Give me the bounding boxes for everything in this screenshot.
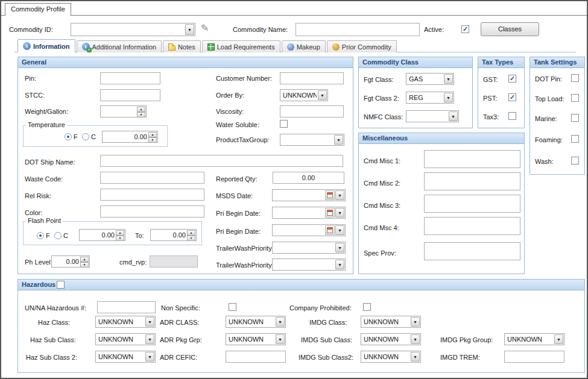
marine-checkbox[interactable] xyxy=(571,114,579,122)
up-arrow-icon[interactable]: ▲ xyxy=(116,230,124,236)
commodity-id-select[interactable]: ▼ xyxy=(71,23,195,36)
imdg-sub-class-select[interactable]: UNKNOWN ▼ xyxy=(361,333,421,345)
pencil-icon[interactable]: ✎ xyxy=(201,23,209,33)
nmfc-class-select[interactable]: ▼ xyxy=(406,110,459,122)
tab-information[interactable]: Information xyxy=(17,39,75,52)
haz-sub-class-select[interactable]: UNKNOWN ▼ xyxy=(95,333,156,345)
un-na-hazardous-input[interactable] xyxy=(97,301,156,313)
flash-point-f-radio[interactable] xyxy=(37,232,44,239)
trailer-wash-priority2-select[interactable]: ▼ xyxy=(272,258,346,271)
pri-begin-date-picker[interactable]: ▼ xyxy=(272,207,346,219)
haz-class-select[interactable]: UNKNOWN ▼ xyxy=(95,316,156,328)
temperature-stepper[interactable]: 0.00 ▲▼ xyxy=(102,131,158,143)
company-prohibited-checkbox[interactable] xyxy=(363,303,371,311)
up-arrow-icon[interactable]: ▲ xyxy=(137,107,145,112)
chevron-down-icon[interactable]: ▼ xyxy=(318,90,327,100)
viscosity-input[interactable] xyxy=(280,105,344,117)
chevron-down-icon[interactable]: ▼ xyxy=(145,352,154,362)
stepper-buttons[interactable]: ▲▼ xyxy=(137,107,145,116)
chevron-down-icon[interactable]: ▼ xyxy=(335,243,344,252)
fgt-class-select[interactable]: GAS ▼ xyxy=(406,73,454,85)
down-arrow-icon[interactable]: ▼ xyxy=(137,112,145,117)
down-arrow-icon[interactable]: ▼ xyxy=(148,137,157,143)
pst-checkbox[interactable] xyxy=(508,93,516,101)
gst-checkbox[interactable] xyxy=(508,75,516,83)
chevron-down-icon[interactable]: ▼ xyxy=(335,260,344,269)
tab-prior-commodity[interactable]: Prior Commodity xyxy=(327,40,397,52)
product-tax-group-select[interactable]: ▼ xyxy=(280,134,344,146)
reported-qty-input[interactable] xyxy=(273,172,344,184)
tab-notes[interactable]: Notes xyxy=(163,40,201,52)
chevron-down-icon[interactable]: ▼ xyxy=(444,93,453,102)
calendar-icon[interactable] xyxy=(325,190,335,200)
stcc-input[interactable] xyxy=(100,89,160,101)
adr-cefic-input[interactable] xyxy=(226,351,286,363)
up-arrow-icon[interactable]: ▲ xyxy=(187,230,195,236)
chevron-down-icon[interactable]: ▼ xyxy=(411,334,420,344)
up-arrow-icon[interactable]: ▲ xyxy=(80,257,89,262)
stepper-buttons[interactable]: ▲▼ xyxy=(148,132,157,142)
down-arrow-icon[interactable]: ▼ xyxy=(187,236,195,241)
tab-makeup[interactable]: Makeup xyxy=(282,40,326,52)
chevron-down-icon[interactable]: ▼ xyxy=(145,317,154,327)
customer-number-input[interactable] xyxy=(280,72,344,84)
pri-begin-date2-picker[interactable]: ▼ xyxy=(272,224,346,236)
temperature-c-radio[interactable] xyxy=(82,133,89,140)
page-tab-commodity-profile[interactable]: Commodity Profile xyxy=(5,3,71,16)
foaming-checkbox[interactable] xyxy=(571,135,579,143)
dot-pin-checkbox[interactable] xyxy=(571,74,579,82)
calendar-icon[interactable] xyxy=(325,225,335,235)
haz-sub-class2-select[interactable]: UNKNOWN ▼ xyxy=(95,351,156,363)
adr-class-select[interactable]: UNKNOWN ▼ xyxy=(226,316,286,328)
top-load-checkbox[interactable] xyxy=(571,94,579,102)
chevron-down-icon[interactable]: ▼ xyxy=(411,352,420,362)
flash-point-c-radio[interactable] xyxy=(54,232,62,239)
flash-point-to-stepper[interactable]: 0.00 ▲▼ xyxy=(150,229,197,241)
adr-pkg-grp-select[interactable]: UNKNOWN ▼ xyxy=(226,333,286,345)
commodity-name-input[interactable] xyxy=(296,23,420,36)
chevron-down-icon[interactable]: ▼ xyxy=(335,225,344,235)
imdg-pkg-group-select[interactable]: UNKNOWN ▼ xyxy=(504,333,564,345)
tab-load-requirements[interactable]: Load Requirements xyxy=(202,40,280,52)
chevron-down-icon[interactable]: ▼ xyxy=(145,334,154,344)
ph-level-stepper[interactable]: 0.00 ▲▼ xyxy=(51,255,90,268)
temperature-f-radio[interactable] xyxy=(65,133,72,140)
chevron-down-icon[interactable]: ▼ xyxy=(444,74,453,84)
non-specific-checkbox[interactable] xyxy=(229,303,236,311)
stepper-buttons[interactable]: ▲▼ xyxy=(187,230,195,240)
down-arrow-icon[interactable]: ▼ xyxy=(116,236,124,241)
trailer-wash-priority-select[interactable]: ▼ xyxy=(272,242,346,254)
stepper-buttons[interactable]: ▲▼ xyxy=(80,257,89,266)
chevron-down-icon[interactable]: ▼ xyxy=(411,317,420,327)
cmd-misc2-input[interactable] xyxy=(424,172,520,190)
chevron-down-icon[interactable]: ▼ xyxy=(276,317,285,327)
imgd-trem-input[interactable] xyxy=(504,351,564,363)
up-arrow-icon[interactable]: ▲ xyxy=(148,132,157,137)
down-arrow-icon[interactable]: ▼ xyxy=(80,262,89,268)
wash-checkbox[interactable] xyxy=(571,157,579,164)
chevron-down-icon[interactable]: ▼ xyxy=(335,208,344,218)
dot-ship-name-input[interactable] xyxy=(100,155,343,167)
flash-point-from-stepper[interactable]: 0.00 ▲▼ xyxy=(79,229,125,241)
weight-gallon-stepper[interactable]: ▲▼ xyxy=(100,105,147,117)
imdg-sub-class2-select[interactable]: UNKNOWN ▼ xyxy=(361,351,421,363)
chevron-down-icon[interactable]: ▼ xyxy=(334,135,343,145)
msds-date-picker[interactable]: ▼ xyxy=(272,189,346,201)
water-soluble-checkbox[interactable] xyxy=(280,120,288,128)
stepper-buttons[interactable]: ▲▼ xyxy=(116,230,124,240)
tax3-checkbox[interactable] xyxy=(508,112,516,120)
classes-button[interactable]: Classes xyxy=(481,22,539,36)
chevron-down-icon[interactable]: ▼ xyxy=(335,190,344,200)
spec-prov-input[interactable] xyxy=(424,242,520,260)
order-by-select[interactable]: UNKNOWN ▼ xyxy=(280,89,328,101)
chevron-down-icon[interactable]: ▼ xyxy=(276,334,285,344)
cmd-msc4-input[interactable] xyxy=(424,217,520,235)
waste-code-input[interactable] xyxy=(100,172,204,184)
rel-risk-input[interactable] xyxy=(100,189,204,201)
chevron-down-icon[interactable]: ▼ xyxy=(554,334,563,344)
cmd-misc1-input[interactable] xyxy=(424,150,520,168)
fgt-class2-select[interactable]: REG ▼ xyxy=(406,92,454,104)
pin-input[interactable] xyxy=(100,72,160,84)
chevron-down-icon[interactable]: ▼ xyxy=(185,24,194,35)
cmd-misc3-input[interactable] xyxy=(424,195,520,213)
